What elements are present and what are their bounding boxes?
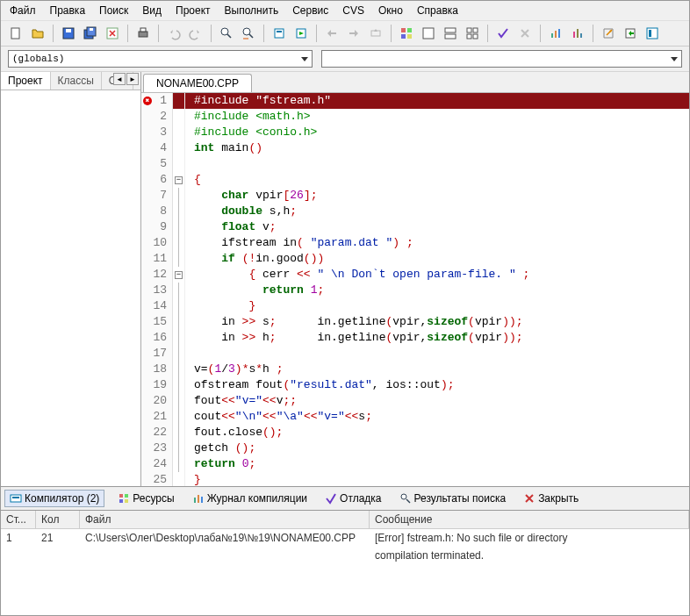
menu-файл[interactable]: Файл	[4, 3, 41, 18]
tab-debug[interactable]: Отладка	[320, 491, 385, 506]
import-icon[interactable]	[621, 24, 640, 43]
save-all-icon[interactable]	[81, 24, 100, 43]
fold-col	[173, 346, 185, 362]
cell-line	[1, 549, 36, 562]
menu-окно[interactable]: Окно	[373, 3, 408, 18]
fold-col	[173, 441, 185, 456]
menu-вид[interactable]: Вид	[137, 3, 167, 18]
gutter: 17	[141, 346, 173, 362]
menu-справка[interactable]: Справка	[412, 3, 464, 18]
cell-file: C:\Users\Олег\Desktop\лаба№19\№19\NONAME…	[80, 532, 370, 544]
code-line-24[interactable]: 24return 0;	[141, 456, 689, 472]
code-line-22[interactable]: 22fout.close();	[141, 425, 689, 441]
label: Компилятор (2)	[25, 492, 99, 505]
scroll-left-icon[interactable]: ◄	[113, 73, 126, 85]
message-row[interactable]: 121C:\Users\Олег\Desktop\лаба№19\№19\NON…	[1, 529, 689, 547]
panels-4-icon[interactable]	[463, 24, 482, 43]
search-icon	[399, 492, 412, 505]
fold-toggle-icon[interactable]: −	[175, 176, 183, 184]
code-line-13[interactable]: 13 return 1;	[141, 283, 689, 298]
menu-проект[interactable]: Проект	[170, 3, 216, 18]
goto-icon[interactable]	[599, 24, 618, 43]
chart-1-icon[interactable]	[546, 24, 565, 43]
symbols-dropdown[interactable]	[321, 50, 682, 68]
code-line-17[interactable]: 17	[141, 346, 689, 362]
new-file-icon[interactable]	[6, 24, 25, 43]
editor-tab[interactable]: NONAME00.CPP	[143, 74, 252, 92]
close-file-icon[interactable]	[103, 24, 122, 43]
svg-rect-21	[423, 28, 434, 39]
side-tab-0[interactable]: Проект	[1, 72, 51, 90]
tab-resources[interactable]: Ресурсы	[113, 491, 178, 506]
export-icon[interactable]	[643, 24, 662, 43]
code-line-3[interactable]: 3#include <conio.h>	[141, 125, 689, 140]
scroll-right-icon[interactable]: ►	[126, 73, 139, 85]
fold-col[interactable]: −	[173, 267, 185, 283]
run-icon[interactable]	[291, 24, 311, 43]
check-icon[interactable]	[493, 24, 513, 43]
gutter: 5	[141, 156, 173, 172]
code-line-1[interactable]: 1✖#include "fstream.h"	[141, 93, 689, 109]
code-line-5[interactable]: 5	[141, 156, 689, 172]
gutter: 19	[141, 377, 173, 393]
menu-выполнить[interactable]: Выполнить	[219, 3, 284, 18]
tab-close[interactable]: Закрыть	[519, 491, 583, 506]
menu-cvs[interactable]: CVS	[337, 3, 370, 18]
label: Результаты поиска	[414, 492, 507, 505]
code-line-2[interactable]: 2#include <math.h>	[141, 109, 689, 125]
svg-rect-26	[467, 34, 471, 39]
replace-icon[interactable]	[239, 24, 258, 43]
code-line-8[interactable]: 8 double s,h;	[141, 204, 689, 219]
svg-point-46	[401, 494, 406, 499]
find-icon[interactable]	[217, 24, 236, 43]
col-file: Файл	[80, 511, 370, 528]
tab-search[interactable]: Результаты поиска	[395, 491, 511, 506]
scope-dropdown[interactable]: (globals)	[8, 50, 313, 68]
menu-правка[interactable]: Правка	[45, 3, 91, 18]
code-line-25[interactable]: 25}	[141, 472, 689, 486]
code-viewport[interactable]: 1✖#include "fstream.h"2#include <math.h>…	[141, 93, 689, 486]
open-icon[interactable]	[28, 24, 47, 43]
code-line-14[interactable]: 14 }	[141, 298, 689, 314]
svg-rect-18	[407, 28, 412, 32]
fold-col[interactable]: −	[173, 172, 185, 188]
tab-compiler[interactable]: Компилятор (2)	[4, 490, 104, 507]
svg-point-9	[221, 28, 228, 35]
save-icon[interactable]	[59, 24, 78, 43]
gutter: 2	[141, 109, 173, 125]
panels-2-icon[interactable]	[419, 24, 438, 43]
code-line-18[interactable]: 18v=(1/3)*s*h ;	[141, 362, 689, 377]
code-line-11[interactable]: 11 if (!in.good())	[141, 251, 689, 267]
menu-поиск[interactable]: Поиск	[94, 3, 133, 18]
code-line-20[interactable]: 20fout<<"v="<<v;;	[141, 393, 689, 409]
code-line-15[interactable]: 15 in >> s; in.getline(vpir,sizeof(vpir)…	[141, 314, 689, 330]
code-line-19[interactable]: 19ofstream fout("result.dat", ios::out);	[141, 377, 689, 393]
menubar: ФайлПравкаПоискВидПроектВыполнитьСервисC…	[1, 1, 689, 21]
code-line-9[interactable]: 9 float v;	[141, 219, 689, 235]
undo-icon	[164, 24, 183, 43]
code-line-12[interactable]: 12− { cerr << " \n Don`t open param-file…	[141, 267, 689, 283]
code-line-7[interactable]: 7 char vpir[26];	[141, 188, 689, 204]
menu-сервис[interactable]: Сервис	[287, 3, 334, 18]
tab-log[interactable]: Журнал компиляции	[188, 491, 312, 506]
side-tab-1[interactable]: Классы	[51, 72, 102, 90]
chart-2-icon[interactable]	[568, 24, 587, 43]
panels-3-icon[interactable]	[441, 24, 460, 43]
code-line-23[interactable]: 23getch ();	[141, 441, 689, 456]
toolbar	[1, 21, 689, 47]
message-row[interactable]: compilation terminated.	[1, 547, 689, 564]
fold-col	[173, 393, 185, 409]
fold-toggle-icon[interactable]: −	[175, 271, 183, 279]
code-line-21[interactable]: 21cout<<"\n"<<"\a"<<"v="<<s;	[141, 409, 689, 425]
resources-icon	[118, 492, 130, 505]
code-line-6[interactable]: 6−{	[141, 172, 689, 188]
panels-1-icon[interactable]	[397, 24, 416, 43]
print-icon[interactable]	[133, 24, 153, 43]
code-line-4[interactable]: 4int main()	[141, 140, 689, 156]
cell-col: 21	[36, 532, 80, 544]
col-msg: Сообщение	[370, 511, 689, 528]
compile-icon[interactable]	[270, 24, 289, 43]
gutter: 3	[141, 125, 173, 140]
code-line-10[interactable]: 10 ifstream in( "param.dat ") ;	[141, 235, 689, 251]
code-line-16[interactable]: 16 in >> h; in.getline(vpir,sizeof(vpir)…	[141, 330, 689, 346]
